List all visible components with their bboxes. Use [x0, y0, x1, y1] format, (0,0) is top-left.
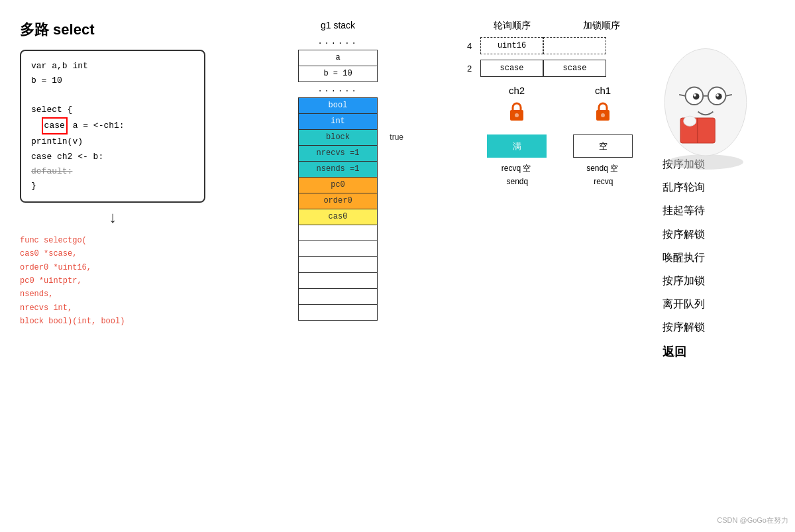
code-case1-body: println(v)	[31, 134, 194, 149]
stack-row-a: a	[299, 50, 378, 66]
stack-table-wrapper: ...... a b = 10 ...... bool	[298, 34, 378, 321]
row2-right: scase	[543, 60, 606, 77]
stack-order0: order0	[299, 193, 378, 209]
stack-empty1	[299, 225, 378, 240]
step-9: 返回	[662, 339, 775, 366]
svg-point-15	[684, 116, 696, 126]
ch1-item: ch1	[592, 85, 613, 125]
step-5: 唤醒执行	[662, 246, 775, 269]
stack-dots1: ......	[299, 34, 378, 50]
poll-row-4: 4 uint16	[467, 37, 646, 54]
svg-point-10	[716, 93, 722, 100]
code-line1: var a,b int	[31, 59, 194, 74]
stack-row-block: block true	[299, 129, 378, 145]
stack-pc0: pc0	[299, 177, 378, 193]
case-keyword: case	[42, 117, 68, 134]
poll-header-right: 加锁顺序	[583, 20, 620, 32]
stack-row-e2	[299, 240, 378, 256]
ch1-sendq-empty-label: sendq 空	[586, 163, 618, 174]
func-code-block: func selectgo( cas0 *scase, order0 *uint…	[20, 234, 205, 329]
code-line4: select {	[31, 103, 194, 117]
func-line3: order0 *uint16,	[20, 261, 205, 274]
func-line5: nsends,	[20, 288, 205, 301]
ch2-full-box: 满	[487, 134, 547, 158]
svg-point-12	[716, 94, 719, 97]
page-title: 多路 select	[20, 20, 205, 40]
queue-labels-1: recvq 空 sendq 空	[467, 163, 646, 174]
code-line2: b = 10	[31, 74, 194, 88]
stack-row-dots2: ......	[299, 81, 378, 97]
poll-header-left: 轮询顺序	[494, 20, 531, 32]
diagram-section: 轮询顺序 加锁顺序 4 uint16 2 scase scase	[464, 13, 649, 519]
stack-row-e1	[299, 225, 378, 240]
stack-bool: bool	[299, 97, 378, 113]
stack-empty3	[299, 256, 378, 272]
stack-row-b10: b = 10	[299, 66, 378, 81]
code-close: }	[31, 179, 194, 193]
stack-dots2: ......	[299, 81, 378, 97]
stack-row-cas0: cas0	[299, 209, 378, 225]
func-line4: pc0 *uintptr,	[20, 274, 205, 288]
poll-row-2: 2 scase scase	[467, 60, 646, 77]
stack-table: ...... a b = 10 ...... bool	[298, 34, 378, 321]
steps-list: 按序加锁 乱序轮询 挂起等待 按序解锁 唤醒执行 按序加锁 离开队列 按序解锁 …	[662, 152, 775, 365]
row4-left: uint16	[480, 37, 543, 54]
poll-headers: 轮询顺序 加锁顺序	[467, 20, 646, 32]
stack-empty4	[299, 272, 378, 288]
func-line1: func selectgo(	[20, 234, 205, 247]
svg-point-4	[668, 154, 743, 170]
step-3: 挂起等待	[662, 199, 775, 222]
ch1-lock-icon	[592, 99, 613, 125]
middle-section: g1 stack ...... a b = 10	[212, 13, 464, 519]
stack-row-nrecvs: nrecvs =1	[299, 145, 378, 161]
mascot-area	[643, 13, 775, 176]
stack-row-nsends: nsends =1	[299, 161, 378, 177]
stack-int: int	[299, 113, 378, 129]
stack-empty6	[299, 304, 378, 320]
far-right-section: 按序加锁 乱序轮询 挂起等待 按序解锁 唤醒执行 按序加锁 离开队列 按序解锁 …	[649, 13, 782, 519]
ch1-recvq-label: recvq	[594, 177, 613, 186]
case1-rest: a = <-ch1:	[68, 121, 125, 131]
channels-row: ch2 ch1	[467, 85, 646, 125]
stack-row-bool: bool	[299, 97, 378, 113]
stack-row-e6	[299, 304, 378, 320]
stack-row-dots1: ......	[299, 34, 378, 50]
ch2-item: ch2	[506, 85, 527, 125]
row4-number: 4	[467, 41, 480, 51]
stack-empty5	[299, 288, 378, 304]
ch2-label: ch2	[509, 85, 525, 96]
ch1-empty-box: 空	[573, 134, 633, 158]
svg-point-1	[515, 113, 519, 117]
row2-number: 2	[467, 64, 480, 74]
arrow-down: ↓	[20, 209, 205, 227]
step-4: 按序解锁	[662, 223, 775, 246]
svg-point-9	[693, 93, 700, 100]
stack-row-e3	[299, 256, 378, 272]
ch1-label: ch1	[595, 85, 611, 96]
func-line6: nrecvs int,	[20, 301, 205, 315]
ch2-recvq-label: recvq 空	[502, 163, 531, 174]
row2-cells: scase scase	[480, 60, 606, 77]
ch2-sendq-label: sendq	[506, 177, 528, 186]
code-case1: case a = <-ch1:	[31, 117, 194, 134]
row4-right	[543, 37, 606, 54]
code-default: default:	[31, 164, 194, 179]
step-2: 乱序轮询	[662, 176, 775, 199]
stack-a: a	[299, 50, 378, 66]
code-box: var a,b int b = 10 select { case a = <-c…	[20, 50, 205, 203]
watermark: CSDN @GoGo在努力	[717, 515, 788, 525]
func-line2: cas0 *scase,	[20, 247, 205, 260]
main-container: 多路 select var a,b int b = 10 select { ca…	[0, 0, 795, 532]
code-line3	[31, 88, 194, 103]
stack-cas0: cas0	[299, 209, 378, 225]
stack-title: g1 stack	[219, 20, 457, 30]
svg-point-11	[694, 94, 696, 97]
mascot-svg	[643, 13, 768, 172]
step-6: 按序加锁	[662, 269, 775, 292]
row4-cells: uint16	[480, 37, 606, 54]
step-7: 离开队列	[662, 292, 775, 315]
stack-block: block true	[299, 129, 378, 145]
default-strikethrough: default:	[31, 166, 72, 176]
stack-empty2	[299, 240, 378, 256]
row2-left: scase	[480, 60, 543, 77]
